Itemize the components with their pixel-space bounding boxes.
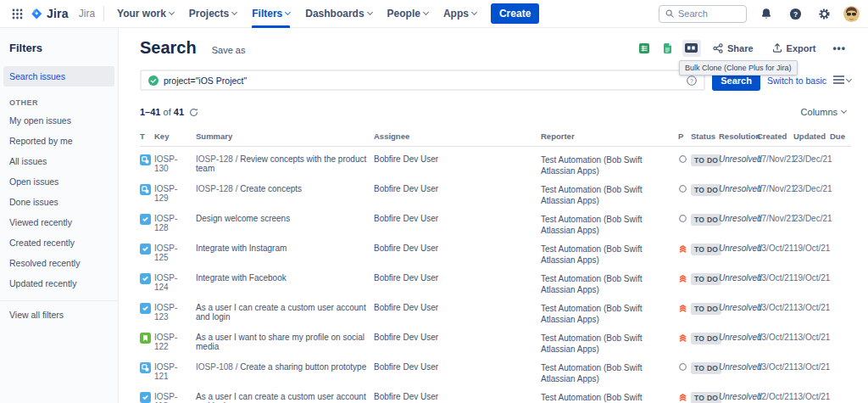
sidebar-item-reported-by-me[interactable]: Reported by me	[0, 131, 118, 151]
assignee-link[interactable]: Bobfire Dev User	[374, 184, 438, 193]
switch-to-basic-link[interactable]: Switch to basic	[767, 76, 826, 86]
column-header-t[interactable]: T	[140, 128, 154, 147]
parent-issue-link[interactable]: IOSP-128 /	[196, 154, 240, 164]
table-row[interactable]: IOSP-130 IOSP-128 / Review concepts with…	[140, 147, 851, 177]
issue-key-link[interactable]: IOSP-125	[154, 243, 177, 262]
sidebar-item-updated-recently[interactable]: Updated recently	[0, 273, 118, 294]
table-row[interactable]: IOSP-118 As a user I can create a custom…	[140, 384, 851, 403]
refresh-icon[interactable]	[189, 108, 198, 117]
sidebar-item-my-open-issues[interactable]: My open issues	[0, 110, 118, 131]
table-row[interactable]: IOSP-123 As a user I can create a custom…	[140, 295, 851, 325]
issue-key-link[interactable]: IOSP-130	[154, 154, 177, 173]
reporter-link[interactable]: Test Automation (Bob Swift Atlassian App…	[541, 185, 643, 205]
updated-date: 13/Oct/21	[793, 355, 830, 384]
column-header-assignee[interactable]: Assignee	[374, 128, 541, 147]
created-date: 12/Oct/21	[757, 384, 793, 403]
column-header-summary[interactable]: Summary	[196, 128, 374, 147]
issue-key-link[interactable]: IOSP-121	[154, 362, 177, 381]
issue-key-link[interactable]: IOSP-118	[154, 392, 177, 403]
column-header-p[interactable]: P	[678, 128, 691, 147]
reporter-link[interactable]: Test Automation (Bob Swift Atlassian App…	[541, 155, 643, 176]
assignee-link[interactable]: Bobfire Dev User	[374, 303, 438, 312]
sidebar-item-open-issues[interactable]: Open issues	[0, 171, 118, 192]
issue-summary-link[interactable]: Create concepts	[240, 184, 302, 193]
sidebar-item-done-issues[interactable]: Done issues	[0, 192, 118, 212]
assignee-link[interactable]: Bobfire Dev User	[374, 214, 438, 223]
settings-gear-icon[interactable]	[815, 4, 833, 23]
share-button[interactable]: Share	[706, 41, 760, 56]
table-row[interactable]: IOSP-128 Design welcome screens Bobfire …	[140, 206, 851, 236]
table-row[interactable]: IOSP-125 Integrate with Instagram Bobfir…	[140, 236, 851, 266]
bulk-clone-icon[interactable]: Bulk Clone (Clone Plus for Jira)	[682, 40, 701, 57]
column-header-status[interactable]: Status	[691, 128, 719, 147]
reporter-link[interactable]: Test Automation (Bob Swift Atlassian App…	[541, 274, 643, 294]
more-options-button[interactable]: •••	[827, 42, 851, 54]
issue-summary-link[interactable]: Integrate with Facebook	[196, 273, 287, 283]
column-header-due[interactable]: Due	[830, 128, 851, 147]
issue-summary-link[interactable]: Integrate with Instagram	[196, 243, 287, 253]
sidebar-item-all-issues[interactable]: All issues	[0, 151, 118, 171]
create-button[interactable]: Create	[491, 3, 539, 24]
chevron-down-icon	[231, 9, 237, 15]
issue-key-link[interactable]: IOSP-128	[154, 214, 177, 232]
issue-summary-link[interactable]: Create a sharing button prototype	[240, 362, 366, 372]
column-header-reporter[interactable]: Reporter	[541, 128, 678, 147]
assignee-link[interactable]: Bobfire Dev User	[374, 333, 438, 342]
global-search-box[interactable]	[659, 5, 747, 23]
sidebar-item-viewed-recently[interactable]: Viewed recently	[0, 212, 118, 232]
global-search-input[interactable]	[678, 8, 737, 19]
view-all-filters-link[interactable]: View all filters	[0, 300, 118, 328]
app-switcher-icon[interactable]	[7, 3, 27, 24]
export-button[interactable]: Export	[765, 40, 823, 56]
help-icon[interactable]: ?	[786, 4, 804, 23]
reporter-link[interactable]: Test Automation (Bob Swift Atlassian App…	[541, 363, 643, 383]
assignee-link[interactable]: Bobfire Dev User	[374, 392, 438, 401]
jql-query-input[interactable]	[164, 76, 682, 86]
user-avatar[interactable]	[843, 6, 860, 22]
sidebar-item-created-recently[interactable]: Created recently	[0, 232, 118, 253]
reporter-link[interactable]: Test Automation (Bob Swift Atlassian App…	[541, 393, 643, 403]
issue-key-link[interactable]: IOSP-129	[154, 184, 177, 203]
issue-summary-link[interactable]: As a user I can create a custom user acc…	[196, 303, 366, 322]
reporter-link[interactable]: Test Automation (Bob Swift Atlassian App…	[541, 304, 643, 324]
nav-item-filters[interactable]: Filters	[244, 0, 298, 28]
table-row[interactable]: IOSP-129 IOSP-128 / Create concepts Bobf…	[140, 176, 851, 206]
jql-query-box[interactable]: ?	[140, 70, 705, 91]
columns-dropdown[interactable]: Columns	[796, 104, 851, 120]
reporter-link[interactable]: Test Automation (Bob Swift Atlassian App…	[541, 244, 643, 265]
reporter-link[interactable]: Test Automation (Bob Swift Atlassian App…	[541, 215, 643, 235]
issue-summary-link[interactable]: As a user I can create a custom user acc…	[196, 392, 366, 403]
nav-item-your-work[interactable]: Your work	[109, 0, 181, 28]
assignee-link[interactable]: Bobfire Dev User	[374, 154, 438, 164]
column-header-created[interactable]: Created	[757, 128, 793, 147]
parent-issue-link[interactable]: IOSP-128 /	[196, 184, 240, 193]
assignee-link[interactable]: Bobfire Dev User	[374, 273, 438, 283]
view-options-button[interactable]	[833, 76, 851, 85]
column-header-resolution[interactable]: Resolution	[719, 128, 757, 147]
sheet-export-addon-icon[interactable]	[659, 40, 677, 57]
assignee-link[interactable]: Bobfire Dev User	[374, 362, 438, 372]
excel-export-addon-icon[interactable]	[635, 40, 654, 57]
assignee-link[interactable]: Bobfire Dev User	[374, 243, 438, 253]
issue-key-link[interactable]: IOSP-122	[154, 333, 177, 351]
nav-item-people[interactable]: People	[380, 0, 436, 28]
issue-key-link[interactable]: IOSP-123	[154, 303, 177, 322]
issue-summary-link[interactable]: As a user I want to share my profile on …	[196, 333, 364, 351]
notifications-bell-icon[interactable]	[757, 4, 776, 23]
nav-item-dashboards[interactable]: Dashboards	[298, 0, 379, 28]
sidebar-item-search-issues[interactable]: Search issues	[3, 66, 114, 87]
reporter-link[interactable]: Test Automation (Bob Swift Atlassian App…	[541, 333, 643, 354]
parent-issue-link[interactable]: IOSP-108 /	[196, 362, 240, 372]
table-row[interactable]: IOSP-124 Integrate with Facebook Bobfire…	[140, 266, 851, 295]
nav-item-apps[interactable]: Apps	[436, 0, 484, 28]
issue-key-link[interactable]: IOSP-124	[154, 273, 177, 292]
table-row[interactable]: IOSP-121 IOSP-108 / Create a sharing but…	[140, 355, 851, 384]
nav-item-projects[interactable]: Projects	[181, 0, 244, 28]
jira-logo[interactable]: Jira	[31, 7, 69, 20]
table-row[interactable]: IOSP-122 As a user I want to share my pr…	[140, 325, 851, 355]
save-as-button[interactable]: Save as	[212, 45, 246, 55]
column-header-key[interactable]: Key	[154, 128, 196, 147]
column-header-updated[interactable]: Updated	[793, 128, 830, 147]
sidebar-item-resolved-recently[interactable]: Resolved recently	[0, 253, 118, 273]
issue-summary-link[interactable]: Design welcome screens	[196, 214, 290, 223]
